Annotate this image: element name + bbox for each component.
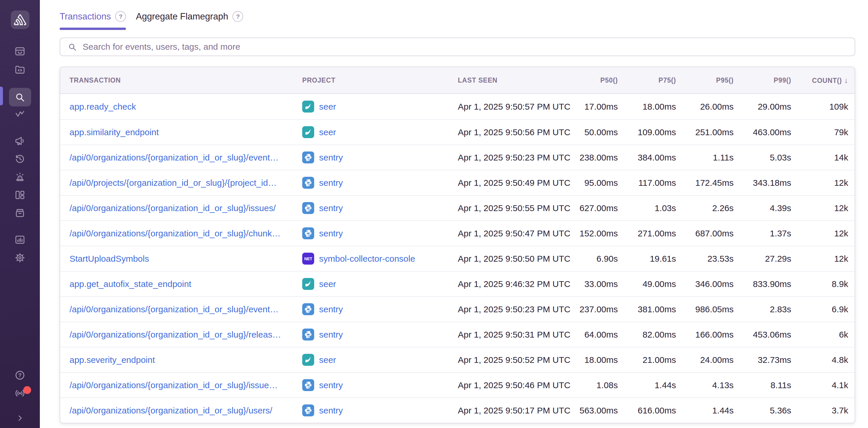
last-seen-value: Apr 1, 2025 9:50:31 PM UTC xyxy=(458,330,571,340)
project-link[interactable]: sentry xyxy=(319,203,343,213)
column-header-count[interactable]: COUNT()↓ xyxy=(791,76,848,85)
transaction-link[interactable]: app.ready_check xyxy=(69,102,136,111)
p50-value: 152.00ms xyxy=(571,229,618,238)
project-link[interactable]: seer xyxy=(319,279,336,289)
column-header-label: COUNT() xyxy=(812,77,842,84)
sidebar-item-traces[interactable] xyxy=(0,106,40,122)
project-link[interactable]: seer xyxy=(319,127,336,137)
tab-transactions-label: Transactions xyxy=(60,11,111,22)
sidebar-item-feedback-megaphone[interactable] xyxy=(0,133,40,149)
table-row: StartUploadSymbolsNETsymbol-collector-co… xyxy=(60,246,855,271)
p75-value: 49.00ms xyxy=(618,279,676,289)
tab-transactions[interactable]: Transactions ? xyxy=(60,11,126,30)
last-seen-value: Apr 1, 2025 9:50:56 PM UTC xyxy=(458,127,571,137)
p95-value: 23.53s xyxy=(676,254,734,264)
sidebar-item-stats[interactable] xyxy=(0,231,40,248)
column-header-p95[interactable]: P95() xyxy=(676,76,734,84)
column-header-p99[interactable]: P99() xyxy=(734,76,791,84)
p50-value: 1.08s xyxy=(571,380,618,390)
sidebar-item-explore-search[interactable] xyxy=(0,88,40,104)
table-row: /api/0/organizations/{organization_id_or… xyxy=(60,296,855,322)
sidebar-item-broadcast[interactable] xyxy=(0,385,40,401)
p99-value: 32.73ms xyxy=(734,355,791,365)
count-value: 4.8k xyxy=(791,355,848,365)
table-row: /api/0/organizations/{organization_id_or… xyxy=(60,397,855,423)
sidebar-item-help[interactable]: ? xyxy=(0,367,40,383)
p75-value: 1.03s xyxy=(618,203,676,213)
project-link[interactable]: symbol-collector-console xyxy=(319,254,415,264)
seer-icon xyxy=(302,101,314,112)
table-row: /api/0/organizations/{organization_id_or… xyxy=(60,195,855,220)
table-row: /api/0/organizations/{organization_id_or… xyxy=(60,372,855,397)
transaction-link[interactable]: /api/0/organizations/{organization_id_or… xyxy=(69,304,279,314)
p95-value: 2.26s xyxy=(676,203,734,213)
sidebar-nav xyxy=(0,41,40,266)
project-link[interactable]: seer xyxy=(319,355,336,365)
sort-desc-arrow-icon: ↓ xyxy=(844,76,848,85)
p75-value: 616.00ms xyxy=(618,406,676,416)
sidebar-item-releases-archive[interactable] xyxy=(0,205,40,221)
python-icon xyxy=(302,379,314,391)
transaction-link[interactable]: /api/0/organizations/{organization_id_or… xyxy=(69,203,276,213)
p99-value: 2.83s xyxy=(734,304,791,314)
collapse-chevron-icon[interactable] xyxy=(0,411,40,425)
p50-value: 64.00ms xyxy=(571,330,618,340)
column-header-label: TRANSACTION xyxy=(69,76,121,84)
transaction-link[interactable]: app.similarity_endpoint xyxy=(69,127,159,137)
p99-value: 5.36s xyxy=(734,406,791,416)
table-row: app.get_autofix_state_endpointseerApr 1,… xyxy=(60,271,855,296)
p99-value: 1.37s xyxy=(734,229,791,238)
transaction-link[interactable]: /api/0/organizations/{organization_id_or… xyxy=(69,229,281,238)
last-seen-value: Apr 1, 2025 9:46:32 PM UTC xyxy=(458,279,571,289)
sidebar-item-settings-gear[interactable] xyxy=(0,250,40,266)
column-header-project[interactable]: PROJECT xyxy=(302,76,458,84)
p95-value: 986.05ms xyxy=(676,304,734,314)
sidebar-item-replays-history[interactable] xyxy=(0,151,40,167)
table-row: app.similarity_endpointseerApr 1, 2025 9… xyxy=(60,119,855,144)
transaction-link[interactable]: app.severity_endpoint xyxy=(69,355,155,365)
count-value: 3.7k xyxy=(791,406,848,416)
p95-value: 4.13s xyxy=(676,380,734,390)
search-input[interactable] xyxy=(82,41,847,52)
project-link[interactable]: seer xyxy=(319,102,336,112)
sentry-logo[interactable] xyxy=(11,10,29,29)
sentry-logo-icon xyxy=(14,14,26,26)
p75-value: 1.44s xyxy=(618,380,676,390)
p99-value: 8.11s xyxy=(734,380,791,390)
project-link[interactable]: sentry xyxy=(319,229,343,238)
p95-value: 1.44s xyxy=(676,406,734,416)
main-content: Transactions ? Aggregate Flamegraph ? TR… xyxy=(40,11,868,423)
python-icon xyxy=(302,227,314,239)
project-link[interactable]: sentry xyxy=(319,330,343,340)
last-seen-value: Apr 1, 2025 9:50:17 PM UTC xyxy=(458,406,571,416)
transaction-link[interactable]: /api/0/organizations/{organization_id_or… xyxy=(69,330,281,339)
project-link[interactable]: sentry xyxy=(319,153,343,163)
p95-value: 166.00ms xyxy=(676,330,734,340)
transaction-link[interactable]: StartUploadSymbols xyxy=(69,254,149,263)
column-header-transaction[interactable]: TRANSACTION xyxy=(69,76,302,84)
sidebar-item-alerts-siren[interactable] xyxy=(0,169,40,185)
count-value: 4.1k xyxy=(791,380,848,390)
notification-badge xyxy=(23,386,31,394)
tab-aggregate-flamegraph[interactable]: Aggregate Flamegraph ? xyxy=(136,11,243,30)
help-question-icon[interactable]: ? xyxy=(115,11,126,22)
transaction-link[interactable]: /api/0/organizations/{organization_id_or… xyxy=(69,406,272,415)
sidebar-item-dashboards[interactable] xyxy=(0,187,40,203)
p50-value: 18.00ms xyxy=(571,355,618,365)
transaction-link[interactable]: /api/0/projects/{organization_id_or_slug… xyxy=(69,178,277,188)
sidebar-item-projects[interactable] xyxy=(0,61,40,77)
transaction-link[interactable]: /api/0/organizations/{organization_id_or… xyxy=(69,153,279,162)
transaction-link[interactable]: /api/0/organizations/{organization_id_or… xyxy=(69,380,278,390)
column-header-last-seen[interactable]: LAST SEEN xyxy=(458,76,571,84)
project-link[interactable]: sentry xyxy=(319,304,343,314)
project-link[interactable]: sentry xyxy=(319,380,343,390)
last-seen-value: Apr 1, 2025 9:50:50 PM UTC xyxy=(458,254,571,264)
transaction-link[interactable]: app.get_autofix_state_endpoint xyxy=(69,279,191,289)
column-header-p75[interactable]: P75() xyxy=(618,76,676,84)
project-link[interactable]: sentry xyxy=(319,406,343,416)
help-question-icon[interactable]: ? xyxy=(232,11,243,22)
column-header-p50[interactable]: P50() xyxy=(571,76,618,84)
project-link[interactable]: sentry xyxy=(319,178,343,188)
sidebar-item-issues[interactable] xyxy=(0,43,40,59)
last-seen-value: Apr 1, 2025 9:50:52 PM UTC xyxy=(458,355,571,365)
